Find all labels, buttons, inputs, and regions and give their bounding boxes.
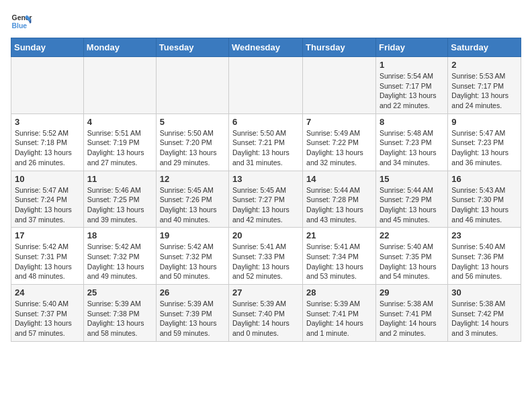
day-of-week-header: Wednesday <box>229 38 303 57</box>
day-content: Sunrise: 5:42 AM Sunset: 7:31 PM Dayligh… <box>15 242 80 281</box>
day-of-week-header: Tuesday <box>156 38 228 57</box>
calendar-cell: 17Sunrise: 5:42 AM Sunset: 7:31 PM Dayli… <box>11 228 84 285</box>
calendar-cell: 24Sunrise: 5:40 AM Sunset: 7:37 PM Dayli… <box>11 285 84 342</box>
calendar-cell: 27Sunrise: 5:39 AM Sunset: 7:40 PM Dayli… <box>229 285 303 342</box>
calendar-cell: 19Sunrise: 5:42 AM Sunset: 7:32 PM Dayli… <box>156 228 228 285</box>
day-content: Sunrise: 5:43 AM Sunset: 7:30 PM Dayligh… <box>451 185 517 225</box>
day-content: Sunrise: 5:44 AM Sunset: 7:28 PM Dayligh… <box>306 185 372 225</box>
calendar-cell: 16Sunrise: 5:43 AM Sunset: 7:30 PM Dayli… <box>448 171 521 228</box>
day-content: Sunrise: 5:39 AM Sunset: 7:39 PM Dayligh… <box>160 299 225 338</box>
day-number: 29 <box>380 287 444 298</box>
day-number: 17 <box>15 230 80 240</box>
day-content: Sunrise: 5:41 AM Sunset: 7:33 PM Dayligh… <box>232 242 299 281</box>
day-number: 13 <box>232 174 299 184</box>
calendar-cell <box>11 57 84 114</box>
day-number: 4 <box>87 117 152 127</box>
day-number: 21 <box>306 230 372 240</box>
day-number: 2 <box>451 60 517 70</box>
calendar-cell: 7Sunrise: 5:49 AM Sunset: 7:22 PM Daylig… <box>303 113 376 171</box>
calendar-cell <box>156 57 228 114</box>
day-content: Sunrise: 5:45 AM Sunset: 7:26 PM Dayligh… <box>160 185 225 225</box>
calendar-cell <box>229 57 303 114</box>
calendar-cell: 8Sunrise: 5:48 AM Sunset: 7:23 PM Daylig… <box>375 113 447 171</box>
day-number: 16 <box>451 174 517 184</box>
day-number: 12 <box>160 174 225 184</box>
day-number: 24 <box>15 287 80 298</box>
calendar-cell: 28Sunrise: 5:39 AM Sunset: 7:41 PM Dayli… <box>303 285 376 342</box>
day-content: Sunrise: 5:39 AM Sunset: 7:40 PM Dayligh… <box>232 299 299 338</box>
calendar-cell: 2Sunrise: 5:53 AM Sunset: 7:17 PM Daylig… <box>448 57 521 114</box>
calendar-cell: 9Sunrise: 5:47 AM Sunset: 7:23 PM Daylig… <box>448 113 521 171</box>
day-content: Sunrise: 5:39 AM Sunset: 7:38 PM Dayligh… <box>87 299 152 338</box>
calendar-week-row: 3Sunrise: 5:52 AM Sunset: 7:18 PM Daylig… <box>11 113 521 171</box>
day-number: 20 <box>232 230 299 240</box>
logo: General Blue <box>11 11 32 32</box>
calendar-cell: 21Sunrise: 5:41 AM Sunset: 7:34 PM Dayli… <box>303 228 376 285</box>
day-number: 1 <box>380 60 444 70</box>
calendar-cell: 29Sunrise: 5:38 AM Sunset: 7:41 PM Dayli… <box>375 285 447 342</box>
calendar-cell: 26Sunrise: 5:39 AM Sunset: 7:39 PM Dayli… <box>156 285 228 342</box>
calendar-cell: 15Sunrise: 5:44 AM Sunset: 7:29 PM Dayli… <box>375 171 447 228</box>
day-number: 26 <box>160 287 225 298</box>
calendar-cell: 22Sunrise: 5:40 AM Sunset: 7:35 PM Dayli… <box>375 228 447 285</box>
day-number: 8 <box>380 117 444 127</box>
page-header: General Blue <box>11 11 521 32</box>
day-content: Sunrise: 5:47 AM Sunset: 7:24 PM Dayligh… <box>15 185 80 225</box>
day-number: 5 <box>160 117 225 127</box>
day-number: 23 <box>451 230 517 240</box>
calendar-cell: 23Sunrise: 5:40 AM Sunset: 7:36 PM Dayli… <box>448 228 521 285</box>
day-of-week-header: Thursday <box>303 38 376 57</box>
calendar-week-row: 10Sunrise: 5:47 AM Sunset: 7:24 PM Dayli… <box>11 171 521 228</box>
day-of-week-header: Saturday <box>448 38 521 57</box>
day-content: Sunrise: 5:41 AM Sunset: 7:34 PM Dayligh… <box>306 242 372 281</box>
day-number: 9 <box>451 117 517 127</box>
day-number: 18 <box>87 230 152 240</box>
day-of-week-header: Monday <box>83 38 156 57</box>
day-number: 3 <box>15 117 80 127</box>
day-content: Sunrise: 5:39 AM Sunset: 7:41 PM Dayligh… <box>306 299 372 338</box>
calendar-cell: 20Sunrise: 5:41 AM Sunset: 7:33 PM Dayli… <box>229 228 303 285</box>
day-number: 25 <box>87 287 152 298</box>
calendar: SundayMondayTuesdayWednesdayThursdayFrid… <box>11 38 521 342</box>
svg-text:Blue: Blue <box>12 22 28 30</box>
day-content: Sunrise: 5:46 AM Sunset: 7:25 PM Dayligh… <box>87 185 152 225</box>
day-of-week-header: Friday <box>375 38 447 57</box>
day-number: 6 <box>232 117 299 127</box>
day-content: Sunrise: 5:42 AM Sunset: 7:32 PM Dayligh… <box>160 242 225 281</box>
calendar-cell <box>83 57 156 114</box>
day-content: Sunrise: 5:40 AM Sunset: 7:36 PM Dayligh… <box>451 242 517 281</box>
calendar-cell <box>303 57 376 114</box>
day-number: 27 <box>232 287 299 298</box>
day-number: 30 <box>451 287 517 298</box>
calendar-cell: 5Sunrise: 5:50 AM Sunset: 7:20 PM Daylig… <box>156 113 228 171</box>
day-number: 10 <box>15 174 80 184</box>
day-content: Sunrise: 5:52 AM Sunset: 7:18 PM Dayligh… <box>15 128 80 168</box>
day-content: Sunrise: 5:40 AM Sunset: 7:37 PM Dayligh… <box>15 299 80 338</box>
day-content: Sunrise: 5:47 AM Sunset: 7:23 PM Dayligh… <box>451 128 517 168</box>
calendar-cell: 12Sunrise: 5:45 AM Sunset: 7:26 PM Dayli… <box>156 171 228 228</box>
logo-icon: General Blue <box>11 11 32 32</box>
calendar-cell: 13Sunrise: 5:45 AM Sunset: 7:27 PM Dayli… <box>229 171 303 228</box>
calendar-cell: 18Sunrise: 5:42 AM Sunset: 7:32 PM Dayli… <box>83 228 156 285</box>
day-content: Sunrise: 5:50 AM Sunset: 7:21 PM Dayligh… <box>232 128 299 168</box>
day-content: Sunrise: 5:53 AM Sunset: 7:17 PM Dayligh… <box>451 71 517 111</box>
calendar-week-row: 24Sunrise: 5:40 AM Sunset: 7:37 PM Dayli… <box>11 285 521 342</box>
day-content: Sunrise: 5:38 AM Sunset: 7:42 PM Dayligh… <box>451 299 517 338</box>
day-number: 15 <box>380 174 444 184</box>
calendar-cell: 10Sunrise: 5:47 AM Sunset: 7:24 PM Dayli… <box>11 171 84 228</box>
day-content: Sunrise: 5:54 AM Sunset: 7:17 PM Dayligh… <box>380 71 444 111</box>
day-content: Sunrise: 5:40 AM Sunset: 7:35 PM Dayligh… <box>380 242 444 281</box>
calendar-header-row: SundayMondayTuesdayWednesdayThursdayFrid… <box>11 38 521 57</box>
day-content: Sunrise: 5:44 AM Sunset: 7:29 PM Dayligh… <box>380 185 444 225</box>
calendar-cell: 1Sunrise: 5:54 AM Sunset: 7:17 PM Daylig… <box>375 57 447 114</box>
day-number: 28 <box>306 287 372 298</box>
calendar-cell: 4Sunrise: 5:51 AM Sunset: 7:19 PM Daylig… <box>83 113 156 171</box>
day-content: Sunrise: 5:42 AM Sunset: 7:32 PM Dayligh… <box>87 242 152 281</box>
day-content: Sunrise: 5:51 AM Sunset: 7:19 PM Dayligh… <box>87 128 152 168</box>
day-number: 7 <box>306 117 372 127</box>
calendar-cell: 25Sunrise: 5:39 AM Sunset: 7:38 PM Dayli… <box>83 285 156 342</box>
calendar-cell: 3Sunrise: 5:52 AM Sunset: 7:18 PM Daylig… <box>11 113 84 171</box>
day-number: 11 <box>87 174 152 184</box>
day-number: 14 <box>306 174 372 184</box>
day-of-week-header: Sunday <box>11 38 84 57</box>
